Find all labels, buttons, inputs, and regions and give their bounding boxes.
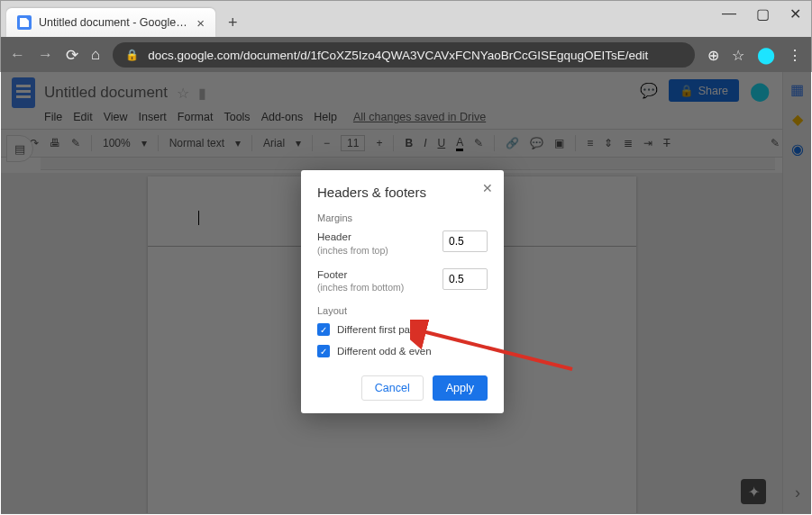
forward-icon[interactable]: →	[38, 46, 53, 64]
dialog-title: Headers & footers	[317, 185, 488, 200]
docs-favicon-icon	[17, 15, 32, 30]
footer-margin-input[interactable]	[442, 268, 488, 290]
headers-footers-dialog: ✕ Headers & footers Margins Header (inch…	[301, 170, 504, 413]
window-controls: — ▢ ✕	[722, 5, 801, 23]
browser-chrome: — ▢ ✕ Untitled document - Google Doc × +…	[0, 0, 812, 72]
cancel-button[interactable]: Cancel	[361, 375, 424, 401]
tab-title: Untitled document - Google Doc	[39, 16, 189, 29]
extension-icon[interactable]: ⬤	[757, 45, 775, 65]
checkbox-checked-icon: ✓	[317, 345, 330, 357]
browser-tab[interactable]: Untitled document - Google Doc ×	[6, 8, 215, 37]
footer-margin-label: Footer	[317, 268, 404, 283]
close-dialog-button[interactable]: ✕	[482, 181, 493, 195]
different-first-page-label: Different first page	[337, 324, 422, 335]
bookmark-icon[interactable]: ☆	[732, 47, 744, 64]
maximize-button[interactable]: ▢	[756, 5, 770, 23]
close-window-button[interactable]: ✕	[789, 5, 801, 23]
minimize-button[interactable]: —	[722, 5, 736, 23]
back-icon[interactable]: ←	[10, 46, 25, 64]
new-tab-button[interactable]: +	[228, 14, 238, 32]
close-tab-icon[interactable]: ×	[196, 15, 205, 31]
menu-icon[interactable]: ⋮	[788, 47, 802, 64]
different-odd-even-label: Different odd & even	[337, 346, 432, 357]
header-margin-input[interactable]	[442, 230, 488, 252]
checkbox-checked-icon: ✓	[317, 323, 330, 336]
margins-section-label: Margins	[317, 212, 488, 223]
url-field[interactable]: 🔒 docs.google.com/document/d/1fCoXZ5Izo4…	[113, 42, 695, 68]
different-odd-even-checkbox[interactable]: ✓ Different odd & even	[317, 345, 488, 357]
zoom-icon[interactable]: ⊕	[707, 47, 719, 64]
header-margin-sub: (inches from top)	[317, 245, 388, 256]
layout-section-label: Layout	[317, 305, 488, 316]
tab-bar: Untitled document - Google Doc × +	[1, 1, 811, 37]
apply-button[interactable]: Apply	[433, 375, 488, 401]
home-icon[interactable]: ⌂	[91, 46, 100, 64]
lock-icon: 🔒	[125, 49, 139, 61]
address-bar: ← → ⟳ ⌂ 🔒 docs.google.com/document/d/1fC…	[1, 37, 811, 73]
reload-icon[interactable]: ⟳	[66, 46, 78, 65]
footer-margin-sub: (inches from bottom)	[317, 282, 404, 293]
header-margin-label: Header	[317, 230, 388, 245]
url-text: docs.google.com/document/d/1fCoXZ5Izo4QW…	[148, 49, 648, 62]
different-first-page-checkbox[interactable]: ✓ Different first page	[317, 323, 488, 336]
